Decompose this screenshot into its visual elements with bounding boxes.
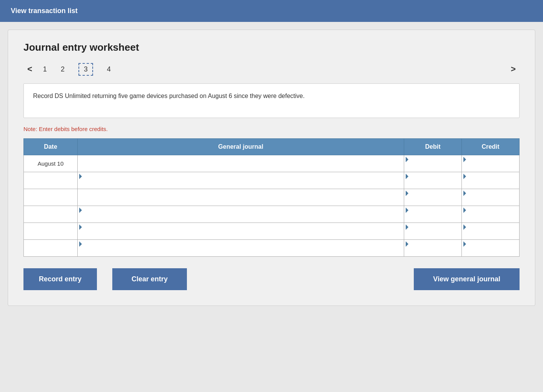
journal-cell-1[interactable] bbox=[78, 155, 404, 172]
debit-cell-2[interactable] bbox=[404, 172, 462, 189]
credit-input-3[interactable] bbox=[462, 189, 519, 206]
journal-cell-5[interactable] bbox=[78, 223, 404, 240]
view-transaction-button[interactable]: View transaction list bbox=[0, 0, 88, 22]
credit-cell-4[interactable] bbox=[462, 206, 520, 223]
page-2[interactable]: 2 bbox=[61, 65, 65, 73]
journal-input-2[interactable] bbox=[78, 172, 404, 189]
credit-input-2[interactable] bbox=[462, 172, 519, 189]
pagination-row: < 1 2 3 4 > bbox=[23, 63, 520, 76]
debit-cell-5[interactable] bbox=[404, 223, 462, 240]
debit-cell-6[interactable] bbox=[404, 240, 462, 257]
description-text: Record DS Unlimited returning five game … bbox=[33, 93, 305, 99]
journal-input-4[interactable] bbox=[78, 206, 404, 223]
page-3-active[interactable]: 3 bbox=[78, 63, 93, 76]
journal-input-1[interactable] bbox=[78, 155, 404, 172]
header-credit: Credit bbox=[462, 139, 520, 155]
journal-input-6[interactable] bbox=[78, 240, 404, 256]
table-row bbox=[24, 189, 520, 206]
journal-cell-4[interactable] bbox=[78, 206, 404, 223]
table-row bbox=[24, 240, 520, 257]
credit-cell-3[interactable] bbox=[462, 189, 520, 206]
debit-input-6[interactable] bbox=[404, 240, 461, 256]
date-value-1: August 10 bbox=[38, 160, 64, 167]
date-cell-6 bbox=[24, 240, 78, 257]
table-row bbox=[24, 223, 520, 240]
prev-page-button[interactable]: < bbox=[23, 63, 36, 76]
date-cell-1: August 10 bbox=[24, 155, 78, 172]
table-header-row: Date General journal Debit Credit bbox=[24, 139, 520, 155]
clear-entry-button[interactable]: Clear entry bbox=[112, 268, 187, 290]
credit-input-5[interactable] bbox=[462, 223, 519, 239]
header-debit: Debit bbox=[404, 139, 462, 155]
journal-cell-6[interactable] bbox=[78, 240, 404, 257]
table-row bbox=[24, 172, 520, 189]
debit-cell-1[interactable] bbox=[404, 155, 462, 172]
record-entry-button[interactable]: Record entry bbox=[23, 268, 97, 290]
date-cell-5 bbox=[24, 223, 78, 240]
date-cell-4 bbox=[24, 206, 78, 223]
credit-input-4[interactable] bbox=[462, 206, 519, 223]
view-general-journal-button[interactable]: View general journal bbox=[414, 268, 520, 290]
credit-input-6[interactable] bbox=[462, 240, 519, 256]
credit-input-1[interactable] bbox=[462, 155, 519, 172]
date-cell-3 bbox=[24, 189, 78, 206]
journal-input-5[interactable] bbox=[78, 223, 404, 239]
credit-cell-5[interactable] bbox=[462, 223, 520, 240]
date-cell-2 bbox=[24, 172, 78, 189]
description-box: Record DS Unlimited returning five game … bbox=[23, 83, 520, 118]
page-4[interactable]: 4 bbox=[107, 65, 111, 73]
header-date: Date bbox=[24, 139, 78, 155]
debit-cell-3[interactable] bbox=[404, 189, 462, 206]
journal-table: Date General journal Debit Credit August… bbox=[23, 138, 520, 257]
table-row bbox=[24, 206, 520, 223]
debit-input-5[interactable] bbox=[404, 223, 461, 239]
header-general-journal: General journal bbox=[78, 139, 404, 155]
bottom-buttons: Record entry Clear entry View general jo… bbox=[23, 268, 520, 290]
debit-input-2[interactable] bbox=[404, 172, 461, 189]
credit-cell-2[interactable] bbox=[462, 172, 520, 189]
right-arrow-container: > bbox=[507, 63, 520, 76]
debit-input-3[interactable] bbox=[404, 189, 461, 206]
journal-input-3[interactable] bbox=[78, 189, 404, 206]
page-1[interactable]: 1 bbox=[43, 65, 47, 73]
worksheet-title: Journal entry worksheet bbox=[23, 42, 520, 53]
credit-cell-6[interactable] bbox=[462, 240, 520, 257]
main-container: Journal entry worksheet < 1 2 3 4 > Reco… bbox=[8, 30, 535, 306]
credit-cell-1[interactable] bbox=[462, 155, 520, 172]
note-text: Note: Enter debits before credits. bbox=[23, 126, 520, 132]
top-bar: View transaction list bbox=[0, 0, 543, 22]
table-row: August 10 bbox=[24, 155, 520, 172]
journal-cell-3[interactable] bbox=[78, 189, 404, 206]
debit-cell-4[interactable] bbox=[404, 206, 462, 223]
debit-input-1[interactable] bbox=[404, 155, 461, 172]
debit-input-4[interactable] bbox=[404, 206, 461, 223]
journal-cell-2[interactable] bbox=[78, 172, 404, 189]
next-page-button[interactable]: > bbox=[507, 63, 520, 76]
